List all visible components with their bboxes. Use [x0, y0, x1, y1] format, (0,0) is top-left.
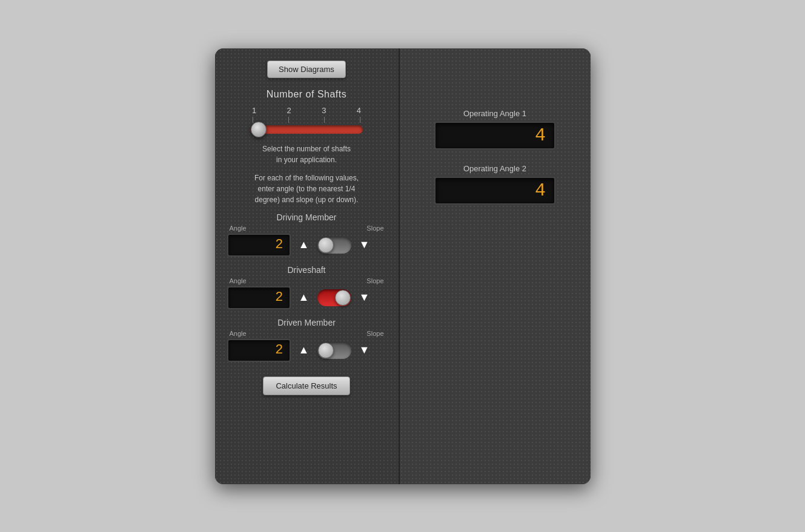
show-diagrams-button[interactable]: Show Diagrams — [267, 61, 346, 78]
tick-2: 2 — [287, 106, 291, 115]
operating-angle-2-display: 4 — [434, 177, 555, 205]
operating-angle-2-label: Operating Angle 2 — [463, 164, 526, 173]
driving-slope-toggle[interactable] — [317, 237, 351, 254]
driven-angle-label: Angle — [230, 330, 247, 337]
driven-slope-toggle[interactable] — [317, 342, 351, 359]
slider-ticks: 1 2 3 4 — [252, 106, 361, 115]
tick-mark-3: | — [323, 116, 325, 123]
driving-member-labels: Angle Slope — [227, 225, 386, 232]
driving-angle-label: Angle — [230, 225, 247, 232]
operating-angle-1-label: Operating Angle 1 — [463, 109, 526, 118]
tick-4: 4 — [357, 106, 361, 115]
calculate-button[interactable]: Calculate Results — [263, 376, 349, 395]
operating-angle-1-group: Operating Angle 1 4 — [412, 109, 578, 149]
driveshaft-angle-label: Angle — [230, 277, 247, 284]
driven-up-button[interactable]: ▲ — [296, 342, 313, 359]
driven-member-title: Driven Member — [227, 318, 386, 327]
driving-member-title: Driving Member — [227, 212, 386, 222]
driven-slope-label: Slope — [366, 330, 383, 337]
instructions-detail: For each of the following values, enter … — [254, 172, 359, 205]
driveshaft-slope-label: Slope — [366, 277, 383, 284]
driveshaft-toggle-knob — [335, 290, 351, 306]
driving-down-button[interactable]: ▼ — [356, 237, 373, 254]
right-panel: Operating Angle 1 4 Operating Angle 2 4 — [400, 48, 591, 484]
driveshaft-down-button[interactable]: ▼ — [356, 289, 373, 306]
tick-mark-1: | — [252, 116, 254, 123]
tick-3: 3 — [322, 106, 326, 115]
slider-thumb[interactable] — [251, 122, 267, 137]
driveshaft-title: Driveshaft — [227, 265, 386, 275]
instructions-text: Select the number of shafts in your appl… — [262, 143, 351, 165]
driveshaft-up-button[interactable]: ▲ — [296, 289, 313, 306]
right-content: Operating Angle 1 4 Operating Angle 2 4 — [412, 109, 578, 219]
operating-angle-2-group: Operating Angle 2 4 — [412, 164, 578, 205]
driven-down-button[interactable]: ▼ — [356, 342, 373, 359]
left-panel: Show Diagrams Number of Shafts 1 2 3 4 |… — [215, 48, 400, 484]
driving-member-controls: 2 ▲ ▼ — [227, 234, 386, 257]
driveshaft-angle-display: 2 — [227, 286, 291, 309]
driving-up-button[interactable]: ▲ — [296, 237, 313, 254]
driving-slope-label: Slope — [366, 225, 383, 232]
driveshaft-slope-toggle[interactable] — [317, 289, 351, 306]
driven-angle-display: 2 — [227, 339, 291, 362]
driving-toggle-knob — [318, 237, 334, 253]
driven-member-labels: Angle Slope — [227, 330, 386, 337]
driving-member-group: Driving Member Angle Slope 2 ▲ ▼ — [227, 212, 386, 257]
section-title: Number of Shafts — [267, 89, 347, 100]
driveshaft-controls: 2 ▲ ▼ — [227, 286, 386, 309]
driven-member-controls: 2 ▲ ▼ — [227, 339, 386, 362]
tick-1: 1 — [252, 106, 256, 115]
driveshaft-group: Driveshaft Angle Slope 2 ▲ ▼ — [227, 265, 386, 309]
driveshaft-labels: Angle Slope — [227, 277, 386, 284]
tick-mark-2: | — [288, 116, 290, 123]
driven-toggle-knob — [318, 343, 334, 358]
driving-angle-display: 2 — [227, 234, 291, 257]
driven-member-group: Driven Member Angle Slope 2 ▲ ▼ — [227, 318, 386, 362]
tick-mark-4: | — [359, 116, 361, 123]
shaft-slider[interactable] — [251, 125, 363, 134]
operating-angle-1-display: 4 — [434, 122, 555, 149]
main-container: Show Diagrams Number of Shafts 1 2 3 4 |… — [215, 48, 591, 484]
slider-track — [251, 125, 363, 134]
